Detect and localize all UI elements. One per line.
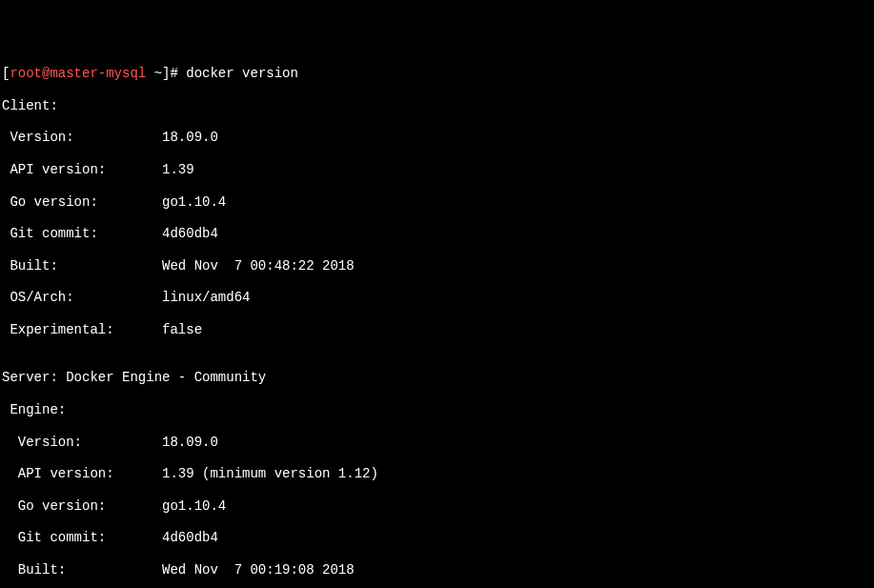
server-built: Built: Wed Nov 7 00:19:08 2018	[2, 562, 872, 578]
server-git: Git commit: 4d60db4	[2, 530, 872, 546]
client-git: Git commit: 4d60db4	[2, 226, 872, 242]
client-built: Built: Wed Nov 7 00:48:22 2018	[2, 258, 872, 274]
client-exp: Experimental: false	[2, 322, 872, 338]
server-engine: Engine:	[2, 402, 872, 418]
cmd-docker-version[interactable]: docker version	[186, 66, 298, 81]
server-go: Go version: go1.10.4	[2, 498, 872, 515]
prompt-line-1: [root@master-mysql ~]# docker version	[2, 66, 872, 82]
user-host: root@master-mysql	[10, 66, 146, 81]
client-api: API version: 1.39	[2, 162, 872, 178]
client-go: Go version: go1.10.4	[2, 194, 872, 211]
server-api: API version: 1.39 (minimum version 1.12)	[2, 466, 872, 482]
server-header: Server: Docker Engine - Community	[2, 370, 872, 386]
server-version: Version: 18.09.0	[2, 435, 872, 451]
client-os: OS/Arch: linux/amd64	[2, 290, 872, 306]
client-version: Version: 18.09.0	[2, 130, 872, 146]
client-header: Client:	[2, 98, 872, 114]
